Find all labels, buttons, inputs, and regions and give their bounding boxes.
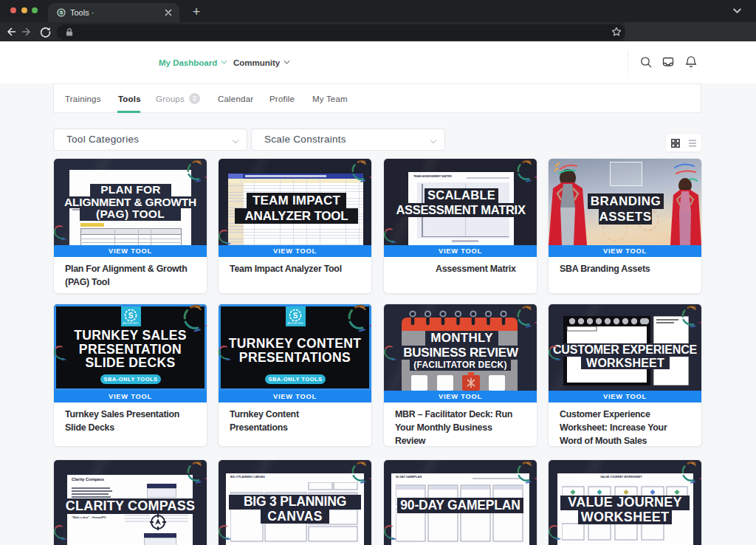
svg-text:S: S bbox=[128, 311, 134, 319]
svg-text:S: S bbox=[60, 10, 63, 15]
svg-text:S: S bbox=[293, 311, 298, 319]
